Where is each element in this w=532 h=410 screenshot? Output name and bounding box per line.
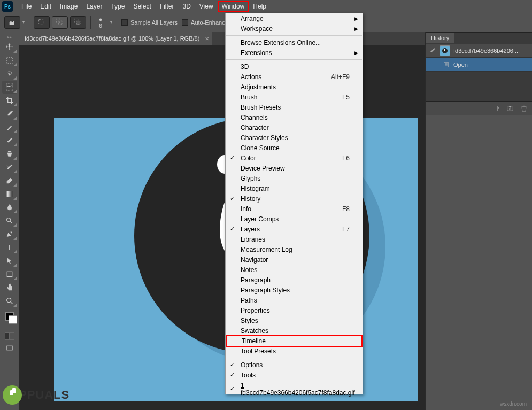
window-menu-dropdown: Arrange▶Workspace▶Browse Extensions Onli…	[225, 13, 363, 394]
history-brush-tool-icon[interactable]	[2, 161, 17, 174]
blur-tool-icon[interactable]	[2, 201, 17, 214]
svg-rect-12	[6, 346, 12, 350]
menu-item-notes[interactable]: Notes	[226, 265, 363, 275]
menu-separator	[226, 358, 362, 358]
menu-item-arrange[interactable]: Arrange▶	[226, 13, 363, 24]
menu-item-channels[interactable]: Channels	[226, 112, 363, 122]
menu-item-navigator[interactable]: Navigator	[226, 254, 363, 265]
dodge-tool-icon[interactable]	[2, 214, 17, 227]
menu-item-character[interactable]: Character	[226, 122, 363, 133]
menu-item-properties[interactable]: Properties	[226, 305, 363, 315]
menu-item-workspace[interactable]: Workspace▶	[226, 24, 363, 34]
crop-tool-icon[interactable]	[2, 94, 17, 107]
menu-item-color[interactable]: ✓ColorF6	[226, 153, 363, 163]
new-snapshot-icon[interactable]	[506, 105, 514, 112]
menu-item-label: Extensions	[241, 49, 272, 57]
menu-image[interactable]: Image	[56, 1, 82, 12]
menu-item-layer-comps[interactable]: Layer Comps	[226, 214, 363, 224]
menu-item-browse-extensions-online-[interactable]: Browse Extensions Online...	[226, 37, 363, 48]
menu-item-label: Character Styles	[241, 134, 288, 142]
menu-item-timeline[interactable]: Timeline	[226, 335, 363, 347]
menu-type[interactable]: Type	[106, 1, 129, 12]
menu-item-paragraph-styles[interactable]: Paragraph Styles	[226, 285, 363, 295]
menu-item-options[interactable]: ✓Options	[226, 360, 363, 370]
close-tab-icon[interactable]: ✕	[205, 36, 209, 42]
history-state-row[interactable]: Open	[426, 58, 532, 72]
brush-size-picker[interactable]: ● 6	[95, 16, 106, 29]
menu-item-adjustments[interactable]: Adjustments	[226, 82, 363, 92]
menu-item-paths[interactable]: Paths	[226, 295, 363, 305]
menu-filter[interactable]: Filter	[156, 1, 179, 12]
menu-3d[interactable]: 3D	[178, 1, 195, 12]
menu-layer[interactable]: Layer	[82, 1, 106, 12]
photoshop-logo-icon[interactable]: Ps	[2, 1, 13, 12]
menu-item-device-preview[interactable]: Device Preview	[226, 163, 363, 173]
svg-rect-13	[444, 62, 448, 67]
sample-all-layers-checkbox[interactable]: Sample All Layers	[121, 19, 178, 26]
selection-mode-buttons[interactable]	[34, 16, 86, 29]
menu-item-brush[interactable]: BrushF5	[226, 92, 363, 102]
menu-item-histogram[interactable]: Histogram	[226, 183, 363, 194]
menu-item-styles[interactable]: Styles	[226, 315, 363, 326]
brush-tool-icon[interactable]	[2, 134, 17, 147]
move-tool-icon[interactable]	[2, 41, 17, 53]
path-select-tool-icon[interactable]	[2, 254, 17, 267]
zoom-tool-icon[interactable]	[2, 295, 17, 307]
history-panel-footer	[426, 101, 532, 115]
check-icon: ✓	[230, 226, 235, 233]
gradient-tool-icon[interactable]	[2, 188, 17, 200]
menu-item-label: Notes	[241, 266, 257, 274]
clone-stamp-tool-icon[interactable]	[2, 148, 17, 160]
svg-rect-7	[6, 191, 12, 197]
menu-item-paragraph[interactable]: Paragraph	[226, 275, 363, 285]
menu-item-tool-presets[interactable]: Tool Presets	[226, 346, 363, 356]
quickmask-toggle[interactable]	[5, 332, 14, 340]
menu-item-tools[interactable]: ✓Tools	[226, 370, 363, 380]
document-tab[interactable]: fd3ccd7b49e366b4206f5ac7f8fa8dac.gif @ 1…	[19, 32, 212, 45]
menu-help[interactable]: Help	[249, 1, 271, 12]
collapse-icon[interactable]: ▸▸	[2, 34, 17, 40]
quick-select-tool-icon[interactable]	[2, 81, 17, 94]
pen-tool-icon[interactable]	[2, 228, 17, 241]
menu-item-clone-source[interactable]: Clone Source	[226, 143, 363, 153]
new-document-from-state-icon[interactable]	[492, 105, 500, 112]
color-swatches[interactable]	[0, 312, 19, 328]
menu-item-layers[interactable]: ✓LayersF7	[226, 224, 363, 234]
submenu-arrow-icon: ▶	[354, 26, 358, 32]
menu-item-history[interactable]: ✓History	[226, 194, 363, 204]
healing-brush-tool-icon[interactable]	[2, 121, 17, 134]
menu-item-3d[interactable]: 3D	[226, 61, 363, 72]
menu-separator	[226, 35, 362, 36]
menu-item-extensions[interactable]: Extensions▶	[226, 48, 363, 58]
auto-enhance-checkbox[interactable]: Auto-Enhance	[182, 19, 228, 26]
eyedropper-tool-icon[interactable]	[2, 107, 17, 120]
menu-view[interactable]: View	[195, 1, 218, 12]
menu-window[interactable]: Window	[218, 1, 249, 12]
menu-item-label: Device Preview	[241, 165, 285, 172]
menu-item-brush-presets[interactable]: Brush Presets	[226, 102, 363, 112]
menu-item-label: Navigator	[241, 256, 268, 264]
menu-item-measurement-log[interactable]: Measurement Log	[226, 244, 363, 254]
eraser-tool-icon[interactable]	[2, 174, 17, 187]
history-snapshot-row[interactable]: fd3ccd7b49e366b4206f...	[426, 44, 532, 58]
menu-file[interactable]: File	[17, 1, 36, 12]
menu-item-fd3ccd7b49e366b4206f5ac7f8fa8dac-gif[interactable]: ✓1 fd3ccd7b49e366b4206f5ac7f8fa8dac.gif	[226, 384, 363, 394]
shape-tool-icon[interactable]	[2, 268, 17, 281]
canvas[interactable]	[19, 45, 425, 410]
delete-state-icon[interactable]	[520, 105, 528, 112]
marquee-tool-icon[interactable]	[2, 54, 17, 67]
menu-select[interactable]: Select	[129, 1, 155, 12]
menu-edit[interactable]: Edit	[36, 1, 56, 12]
hand-tool-icon[interactable]	[2, 281, 17, 294]
screen-mode-icon[interactable]	[2, 342, 17, 354]
quick-select-tool-preset[interactable]: ▾	[4, 16, 25, 29]
menu-item-character-styles[interactable]: Character Styles	[226, 133, 363, 143]
history-panel-tab[interactable]: History	[426, 32, 532, 44]
menu-item-libraries[interactable]: Libraries	[226, 234, 363, 244]
background-color-swatch[interactable]	[9, 315, 17, 324]
type-tool-icon[interactable]: T	[2, 241, 17, 254]
menu-item-actions[interactable]: ActionsAlt+F9	[226, 72, 363, 82]
menu-item-glyphs[interactable]: Glyphs	[226, 173, 363, 183]
lasso-tool-icon[interactable]	[2, 67, 17, 80]
menu-item-info[interactable]: InfoF8	[226, 204, 363, 214]
